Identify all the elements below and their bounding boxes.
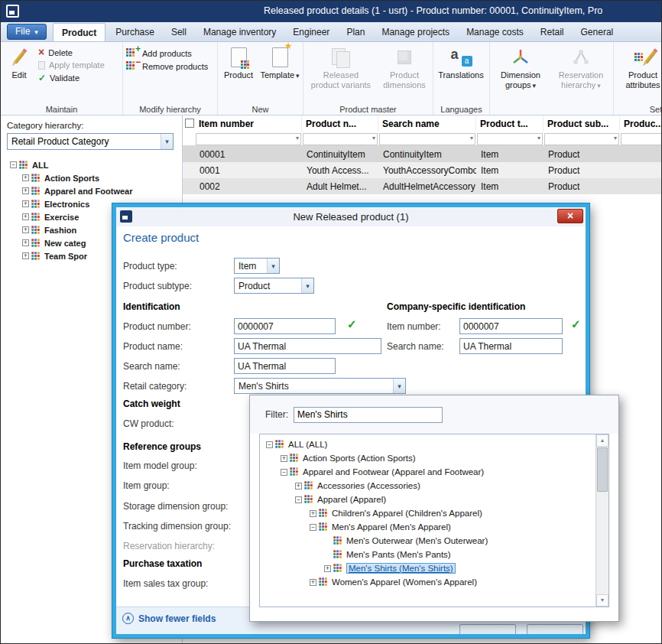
modify-hierarchy-group-label: Modify hierarchy <box>123 105 217 114</box>
expand-icon[interactable] <box>324 565 331 572</box>
product-subtype-select[interactable]: Product <box>234 278 314 294</box>
filter-input[interactable] <box>294 407 443 423</box>
tree-item-label: New categ <box>44 239 86 248</box>
ok-button-partial[interactable] <box>459 624 516 634</box>
collapse-icon[interactable] <box>266 441 273 448</box>
expand-icon[interactable] <box>22 174 29 181</box>
expand-icon[interactable] <box>22 213 29 220</box>
category-lookup-popup: Filter: ALL (ALL)Action Sports (Action S… <box>249 395 619 622</box>
apply-template-button[interactable]: Apply template <box>38 60 105 70</box>
tab-product[interactable]: Product <box>53 23 105 41</box>
expand-icon[interactable] <box>22 252 29 259</box>
table-row[interactable]: 00001ContinuityItemContinuityItemItemPro… <box>183 146 661 162</box>
product-attributes-button[interactable]: Product attributes <box>617 44 661 103</box>
valid-check-icon <box>347 317 357 331</box>
grid-column-header[interactable]: Product t... <box>476 115 544 132</box>
grid-column-header[interactable]: Item number <box>195 115 302 132</box>
expand-icon[interactable] <box>295 483 302 490</box>
product-type-select[interactable]: Item <box>234 258 280 274</box>
tab-general[interactable]: General <box>573 22 622 41</box>
retail-category-combo[interactable]: Men's Shirts <box>234 378 406 394</box>
tab-sell[interactable]: Sell <box>163 22 195 41</box>
released-product-variants-button[interactable]: Released product variants <box>307 44 375 103</box>
chevron-down-icon <box>294 70 300 80</box>
search-name-label: Search name: <box>123 361 180 372</box>
product-dimensions-label: Product dimensions <box>381 70 428 89</box>
grid-column-header[interactable]: Search name <box>378 115 476 132</box>
column-filter-input[interactable] <box>477 133 543 145</box>
column-filter-input[interactable] <box>196 133 301 145</box>
grid-column-header[interactable]: Produc... <box>620 115 661 132</box>
tree-item[interactable]: Apparel and Footwear <box>7 184 176 197</box>
grid-body: 00001ContinuityItemContinuityItemItemPro… <box>183 146 661 194</box>
product-subtype-label: Product subtype: <box>123 281 192 291</box>
column-filter-input[interactable] <box>544 133 619 145</box>
item-number-input[interactable] <box>459 318 563 334</box>
category-hierarchy-dropdown[interactable]: Retail Product Category <box>7 133 174 150</box>
search-name-input[interactable] <box>234 358 336 374</box>
dimension-groups-button[interactable]: Dimension groups <box>493 44 548 103</box>
expand-icon[interactable] <box>22 200 29 207</box>
scroll-down-icon[interactable] <box>596 594 608 607</box>
tree-item[interactable]: Men's Apparel (Men's Apparel) <box>261 520 595 534</box>
tree-item[interactable]: Women's Apparel (Women's Apparel) <box>261 575 595 589</box>
tab-manage-inventory[interactable]: Manage inventory <box>195 22 284 41</box>
tree-item[interactable]: Children's Apparel (Children's Apparel) <box>261 506 595 520</box>
tree-item[interactable]: Men's Pants (Men's Pants) <box>261 548 595 561</box>
grid-column-header[interactable]: Product sub... <box>544 115 620 132</box>
tab-retail[interactable]: Retail <box>532 22 573 41</box>
vertical-scrollbar[interactable] <box>595 434 608 607</box>
company-search-name-input[interactable] <box>459 338 563 354</box>
tree-item[interactable]: ALL <box>7 158 176 171</box>
edit-button[interactable]: Edit <box>4 44 34 103</box>
show-fewer-fields-button[interactable]: Show fewer fields <box>122 613 216 624</box>
tree-item[interactable]: Accessories (Accessories) <box>261 479 595 493</box>
tab-engineer[interactable]: Engineer <box>284 22 338 41</box>
grid-column-header[interactable]: Product n... <box>302 115 378 132</box>
tree-item[interactable]: Apparel and Footwear (Apparel and Footwe… <box>261 465 595 479</box>
collapse-icon[interactable] <box>295 496 302 503</box>
new-template-button[interactable]: Template <box>260 44 300 103</box>
expand-icon[interactable] <box>281 455 287 462</box>
tree-item[interactable]: Apparel (Apparel) <box>261 493 595 506</box>
tree-item[interactable]: Action Sports (Action Sports) <box>261 451 595 465</box>
cancel-button-partial[interactable] <box>527 624 583 634</box>
expand-icon[interactable] <box>22 187 29 194</box>
expand-icon[interactable] <box>22 226 29 233</box>
validate-button[interactable]: Validate <box>38 73 105 83</box>
tab-manage-costs[interactable]: Manage costs <box>458 22 532 41</box>
new-product-button[interactable]: Product <box>221 44 256 103</box>
table-row[interactable]: 0002Adult Helmet...AdultHelmetAccessoryI… <box>183 178 661 194</box>
scrollbar-thumb[interactable] <box>597 447 608 492</box>
table-row[interactable]: 0001Youth Access...YouthAccessoryComboSI… <box>183 162 661 178</box>
tree-item[interactable]: Action Sports <box>7 171 176 184</box>
remove-products-button[interactable]: Remove products <box>126 61 208 71</box>
tab-purchase[interactable]: Purchase <box>107 22 163 41</box>
column-filter-input[interactable] <box>379 133 475 145</box>
tab-plan[interactable]: Plan <box>338 22 373 41</box>
product-number-input[interactable] <box>234 318 336 334</box>
collapse-icon[interactable] <box>10 161 17 168</box>
select-all-checkbox[interactable] <box>185 119 194 128</box>
product-name-input[interactable] <box>234 338 381 354</box>
collapse-icon[interactable] <box>281 469 287 476</box>
file-menu-button[interactable]: File <box>7 24 47 40</box>
expand-icon[interactable] <box>310 579 316 586</box>
scroll-up-icon[interactable] <box>596 434 608 447</box>
category-icon <box>333 550 342 558</box>
column-filter-input[interactable] <box>303 133 378 145</box>
tree-item[interactable]: Men's Shirts (Men's Shirts) <box>261 561 595 575</box>
product-type-label: Product type: <box>123 261 177 272</box>
close-button[interactable] <box>557 209 583 223</box>
reservation-hierarchy-button[interactable]: Reservation hierarchy <box>552 44 610 103</box>
delete-button[interactable]: Delete <box>38 48 105 57</box>
product-dimensions-button[interactable]: Product dimensions <box>379 44 430 103</box>
expand-icon[interactable] <box>310 510 316 517</box>
collapse-icon[interactable] <box>310 524 316 531</box>
tab-manage-projects[interactable]: Manage projects <box>373 22 458 41</box>
translations-button[interactable]: Translations <box>436 44 485 103</box>
expand-icon[interactable] <box>22 239 29 246</box>
tree-item[interactable]: ALL (ALL) <box>261 437 595 451</box>
column-filter-input[interactable] <box>621 133 661 145</box>
tree-item[interactable]: Men's Outerwear (Men's Outerwear) <box>261 534 595 548</box>
